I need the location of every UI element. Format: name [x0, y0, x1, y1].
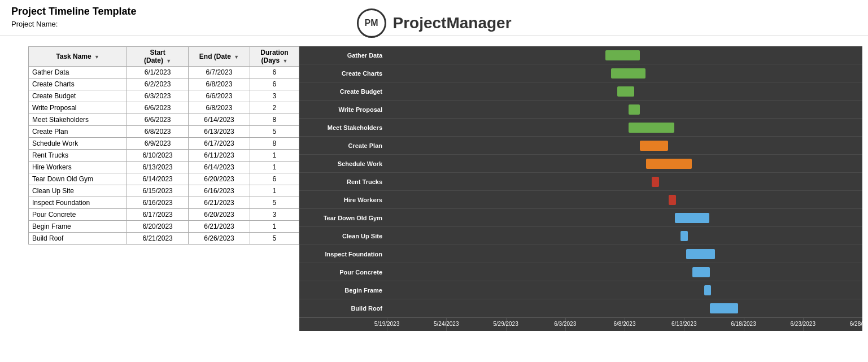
gantt-row-track: [387, 227, 862, 245]
task-dur: 5: [250, 126, 299, 138]
gantt-row: Schedule Work: [299, 155, 862, 173]
gantt-bar: [629, 123, 674, 133]
table-row: Pour Concrete 6/17/2023 6/20/2023 3: [29, 209, 299, 221]
table-row: Build Roof 6/21/2023 6/26/2023 5: [29, 233, 299, 245]
gantt-bar: [692, 267, 709, 277]
task-name: Clean Up Site: [29, 185, 127, 197]
main-content: Task Name ▼ Start(Date) ▼ End (Date ▼ Du…: [0, 41, 868, 337]
table-row: Create Budget 6/3/2023 6/6/2023 3: [29, 90, 299, 102]
gantt-row-label: Meet Stakeholders: [299, 124, 387, 131]
task-dur: 5: [250, 197, 299, 209]
gantt-bar: [669, 195, 676, 205]
task-start: 6/9/2023: [127, 138, 189, 150]
task-table: Task Name ▼ Start(Date) ▼ End (Date ▼ Du…: [28, 46, 299, 245]
gantt-row-label: Create Budget: [299, 88, 387, 95]
task-start: 6/17/2023: [127, 209, 189, 221]
task-start: 6/3/2023: [127, 90, 189, 102]
task-start: 6/16/2023: [127, 197, 189, 209]
table-row: Clean Up Site 6/15/2023 6/16/2023 1: [29, 185, 299, 197]
task-name: Write Proposal: [29, 102, 127, 114]
gantt-row-track: [387, 155, 862, 172]
gantt-row-track: [387, 191, 862, 208]
gantt-row-label: Rent Trucks: [299, 178, 387, 185]
table-row: Meet Stakeholders 6/6/2023 6/14/2023 8: [29, 114, 299, 126]
gantt-row-track: [387, 245, 862, 263]
end-filter-icon[interactable]: ▼: [234, 54, 239, 60]
dur-filter-icon[interactable]: ▼: [283, 58, 288, 64]
gantt-row-label: Pour Concrete: [299, 269, 387, 276]
gantt-bar: [611, 68, 645, 78]
task-dur: 1: [250, 150, 299, 162]
gantt-row: Tear Down Old Gym: [299, 209, 862, 227]
task-end: 6/20/2023: [189, 173, 250, 185]
task-start: 6/13/2023: [127, 162, 189, 173]
gantt-row: Build Roof: [299, 299, 862, 317]
task-end: 6/14/2023: [189, 162, 250, 173]
task-end: 6/14/2023: [189, 114, 250, 126]
gantt-row-track: [387, 263, 862, 281]
task-start: 6/20/2023: [127, 221, 189, 233]
task-end: 6/21/2023: [189, 197, 250, 209]
brand-name: ProjectManager: [392, 14, 511, 32]
table-row: Write Proposal 6/6/2023 6/8/2023 2: [29, 102, 299, 114]
task-start: 6/8/2023: [127, 126, 189, 138]
gantt-row: Begin Frame: [299, 281, 862, 299]
axis-tick-label: 5/29/2023: [493, 321, 518, 327]
gantt-row: Meet Stakeholders: [299, 119, 862, 137]
gantt-row-track: [387, 209, 862, 226]
gantt-bar: [675, 213, 709, 223]
gantt-bar: [617, 86, 634, 97]
table-row: Tear Down Old Gym 6/14/2023 6/20/2023 6: [29, 173, 299, 185]
gantt-row: Write Proposal: [299, 101, 862, 119]
task-dur: 2: [250, 102, 299, 114]
gantt-row-label: Create Charts: [299, 70, 387, 77]
task-end: 6/16/2023: [189, 185, 250, 197]
task-start: 6/1/2023: [127, 67, 189, 78]
task-start: 6/21/2023: [127, 233, 189, 245]
task-end: 6/8/2023: [189, 78, 250, 90]
axis-tick-label: 6/23/2023: [791, 321, 816, 327]
gantt-row-track: [387, 119, 862, 136]
gantt-row: Create Budget: [299, 82, 862, 101]
gantt-row-track: [387, 173, 862, 190]
gantt-inner: Gather DataCreate ChartsCreate BudgetWri…: [299, 46, 862, 331]
task-start: 6/6/2023: [127, 114, 189, 126]
gantt-bar: [640, 141, 669, 151]
axis-tick-label: 6/13/2023: [671, 321, 697, 327]
gantt-row: Hire Workers: [299, 191, 862, 209]
logo-area: PM ProjectManager: [356, 8, 511, 38]
task-dur: 3: [250, 90, 299, 102]
gantt-bar: [710, 303, 739, 313]
task-name: Hire Workers: [29, 162, 127, 173]
gantt-row-track: [387, 82, 862, 100]
task-start: 6/2/2023: [127, 78, 189, 90]
axis-tick-label: 6/8/2023: [614, 321, 636, 327]
task-start: 6/10/2023: [127, 150, 189, 162]
task-dur: 3: [250, 209, 299, 221]
task-dur: 1: [250, 162, 299, 173]
task-end: 6/26/2023: [189, 233, 250, 245]
gantt-row-label: Inspect Foundation: [299, 251, 387, 258]
axis-tick-label: 6/3/2023: [554, 321, 576, 327]
table-row: Create Charts 6/2/2023 6/8/2023 6: [29, 78, 299, 90]
gantt-row-track: [387, 46, 862, 64]
task-dur: 8: [250, 138, 299, 150]
task-dur: 5: [250, 233, 299, 245]
table-row: Inspect Foundation 6/16/2023 6/21/2023 5: [29, 197, 299, 209]
col-dur-header: Duration(Days ▼: [250, 47, 299, 67]
task-end: 6/11/2023: [189, 150, 250, 162]
start-filter-icon[interactable]: ▼: [166, 58, 171, 64]
task-name: Create Charts: [29, 78, 127, 90]
gantt-row: Clean Up Site: [299, 227, 862, 245]
gantt-row: Rent Trucks: [299, 173, 862, 191]
task-table-container: Task Name ▼ Start(Date) ▼ End (Date ▼ Du…: [28, 46, 299, 331]
table-row: Rent Trucks 6/10/2023 6/11/2023 1: [29, 150, 299, 162]
gantt-bar: [629, 104, 640, 115]
gantt-row: Pour Concrete: [299, 263, 862, 281]
gantt-row-label: Write Proposal: [299, 106, 387, 113]
task-name: Schedule Work: [29, 138, 127, 150]
gantt-bar: [652, 177, 659, 187]
task-start: 6/15/2023: [127, 185, 189, 197]
col-task-header: Task Name ▼: [29, 47, 127, 67]
task-filter-icon[interactable]: ▼: [94, 54, 99, 60]
